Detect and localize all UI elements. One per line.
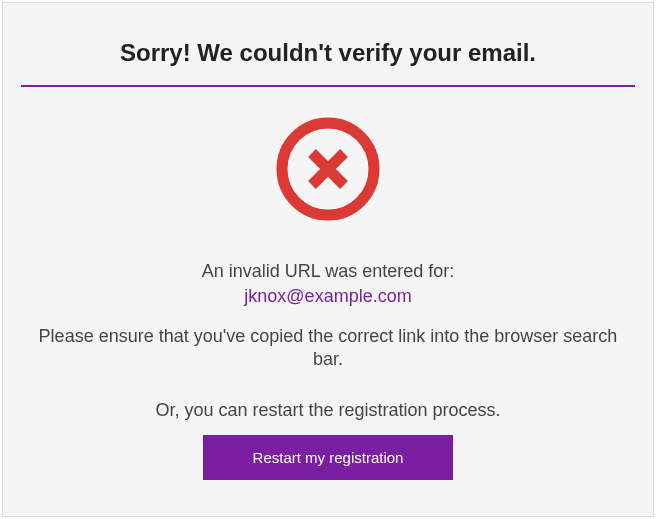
hint-message: Please ensure that you've copied the cor… (21, 325, 635, 372)
verification-error-panel: Sorry! We couldn't verify your email. An… (2, 2, 654, 517)
divider (21, 85, 635, 87)
page-title: Sorry! We couldn't verify your email. (21, 39, 635, 67)
error-icon-wrap (21, 115, 635, 223)
restart-prompt: Or, you can restart the registration pro… (21, 400, 635, 421)
invalid-url-message: An invalid URL was entered for: (21, 261, 635, 282)
error-circle-x-icon (274, 115, 382, 223)
email-address: jknox@example.com (21, 286, 635, 307)
restart-registration-button[interactable]: Restart my registration (203, 435, 454, 480)
